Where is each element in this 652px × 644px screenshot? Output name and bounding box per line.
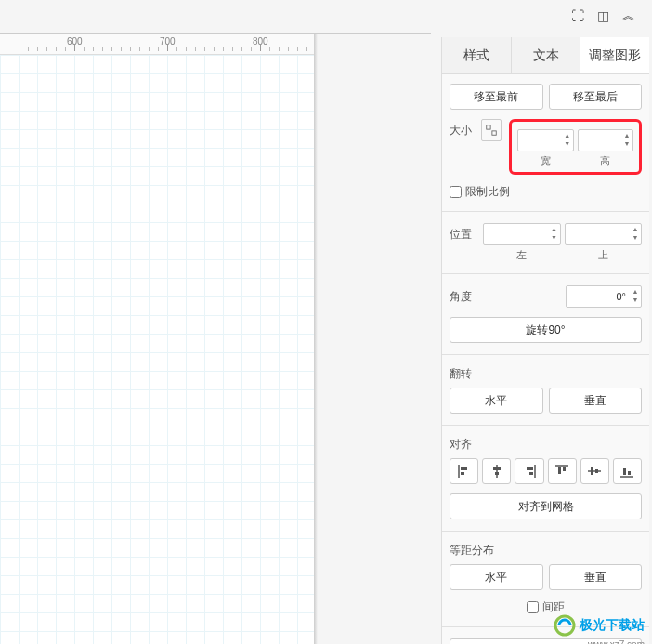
size-label: 大小 <box>450 119 476 138</box>
rotate-90-button[interactable]: 旋转90° <box>450 317 642 343</box>
bring-to-front-button[interactable]: 移至最前 <box>450 84 543 110</box>
panel-tabs: 样式 文本 调整图形 <box>442 37 649 74</box>
svg-rect-10 <box>529 472 533 475</box>
align-right-button[interactable] <box>515 458 543 484</box>
align-center-h-button[interactable] <box>482 458 511 484</box>
width-sublabel: 宽 <box>517 154 573 168</box>
flip-horizontal-button[interactable]: 水平 <box>450 388 543 414</box>
tab-shape[interactable]: 调整图形 <box>580 37 649 73</box>
size-highlight: ▲▼ ▲▼ 宽 高 <box>509 119 642 175</box>
left-sublabel: 左 <box>483 248 561 262</box>
top-sublabel: 上 <box>565 248 643 262</box>
stepper-down-icon[interactable]: ▼ <box>622 139 632 148</box>
svg-rect-18 <box>623 468 626 475</box>
stepper-down-icon[interactable]: ▼ <box>631 233 640 242</box>
distribute-horizontal-button[interactable]: 水平 <box>450 564 543 590</box>
constrain-proportions-checkbox[interactable] <box>450 186 462 198</box>
stepper-up-icon[interactable]: ▲ <box>622 131 632 139</box>
svg-rect-13 <box>563 467 566 471</box>
stepper-down-icon[interactable]: ▼ <box>550 233 559 242</box>
panel-toggle-icon[interactable]: ◫ <box>597 8 609 23</box>
tab-style[interactable]: 样式 <box>442 37 512 73</box>
align-bottom-button[interactable] <box>613 458 642 484</box>
watermark: 极光下载站 www.xz7.com <box>554 614 645 637</box>
watermark-text: 极光下载站 <box>580 617 645 634</box>
stepper-down-icon[interactable]: ▼ <box>563 139 572 148</box>
flip-vertical-button[interactable]: 垂直 <box>549 388 643 414</box>
watermark-url: www.xz7.com <box>588 639 645 644</box>
stepper-up-icon[interactable]: ▲ <box>631 287 640 296</box>
top-input[interactable]: ▲▼ <box>565 223 643 245</box>
svg-rect-6 <box>493 467 501 470</box>
left-input[interactable]: ▲▼ <box>483 223 561 245</box>
canvas-area[interactable]: 600 700 800 <box>0 33 431 644</box>
constrain-label: 限制比例 <box>465 184 510 200</box>
snap-to-grid-button[interactable]: 对齐到网格 <box>450 493 642 519</box>
spacing-checkbox[interactable] <box>527 601 539 613</box>
tab-text[interactable]: 文本 <box>512 37 581 73</box>
width-input[interactable]: ▲▼ <box>517 129 573 151</box>
distribute-section-label: 等距分布 <box>450 543 642 559</box>
stepper-down-icon[interactable]: ▼ <box>631 296 640 304</box>
distribute-vertical-button[interactable]: 垂直 <box>549 564 643 590</box>
svg-rect-16 <box>595 469 598 473</box>
stepper-up-icon[interactable]: ▲ <box>631 225 640 233</box>
fullscreen-icon[interactable]: ⛶ <box>571 8 584 23</box>
stepper-up-icon[interactable]: ▲ <box>563 131 572 139</box>
angle-input[interactable]: ▲▼ <box>566 285 643 308</box>
size-mode-icon[interactable] <box>481 119 502 141</box>
watermark-icon <box>554 614 576 637</box>
align-left-button[interactable] <box>450 458 478 484</box>
svg-rect-12 <box>558 467 561 474</box>
height-input[interactable]: ▲▼ <box>578 129 633 151</box>
svg-rect-19 <box>628 471 631 475</box>
canvas-edge <box>314 34 435 644</box>
svg-rect-9 <box>527 467 533 470</box>
align-section-label: 对齐 <box>450 437 642 453</box>
svg-rect-1 <box>492 131 496 135</box>
position-label: 位置 <box>450 223 477 243</box>
svg-rect-3 <box>461 467 467 470</box>
svg-rect-4 <box>461 472 464 475</box>
collapse-icon[interactable]: ︽ <box>622 7 635 24</box>
properties-panel: 样式 文本 调整图形 移至最前 移至最后 大小 ▲▼ ▲▼ 宽 高 <box>441 37 649 644</box>
spacing-label: 间距 <box>542 599 565 615</box>
stepper-up-icon[interactable]: ▲ <box>550 225 559 233</box>
svg-rect-7 <box>495 472 499 475</box>
svg-rect-0 <box>487 125 490 129</box>
angle-label: 角度 <box>450 289 477 305</box>
flip-section-label: 翻转 <box>450 366 642 382</box>
align-center-v-button[interactable] <box>580 458 609 484</box>
send-to-back-button[interactable]: 移至最后 <box>549 84 643 110</box>
height-sublabel: 高 <box>578 154 633 168</box>
align-top-button[interactable] <box>548 458 577 484</box>
svg-rect-15 <box>591 467 593 475</box>
